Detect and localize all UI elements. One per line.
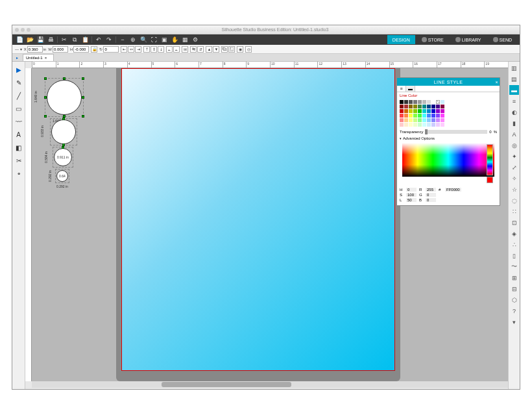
barcode-icon[interactable]: ▯ (509, 251, 519, 260)
swatch[interactable] (431, 118, 435, 122)
swatch[interactable] (400, 118, 404, 122)
media-icon[interactable]: ⊟ (509, 284, 519, 294)
scale-icon[interactable]: ⤢ (509, 162, 519, 172)
swatch[interactable] (404, 118, 408, 122)
swatch[interactable] (418, 105, 422, 108)
swatch[interactable] (422, 105, 426, 108)
swatch[interactable] (422, 114, 426, 118)
group-icon[interactable]: ⿻ (221, 46, 228, 53)
swatch[interactable] (427, 114, 431, 118)
hex-val[interactable]: FF0000 (445, 188, 461, 192)
freehand-icon[interactable]: 〰 (14, 116, 24, 127)
advanced-toggle[interactable]: ▾Advanced Options (397, 135, 500, 142)
swatch[interactable] (413, 100, 417, 104)
flip-h-icon[interactable]: ⇋ (190, 46, 197, 53)
page-setup-icon[interactable]: ▥ (509, 63, 519, 73)
swatch[interactable] (422, 100, 426, 104)
nav-send[interactable]: SEND (488, 35, 517, 44)
swatch[interactable] (436, 118, 440, 122)
panel-header[interactable]: LINE STYLE × (397, 78, 500, 86)
nav-library[interactable]: LIBRARY (450, 35, 487, 44)
collapse-icon[interactable]: ▾ (509, 317, 519, 327)
swatch[interactable] (409, 109, 413, 113)
swatch[interactable] (418, 123, 422, 127)
swatch[interactable] (441, 105, 444, 108)
nav-design[interactable]: DESIGN (387, 35, 415, 44)
align-b-icon[interactable]: ⤓ (158, 46, 164, 53)
swatch[interactable] (436, 109, 440, 113)
zoom-drag-icon[interactable]: ⊕ (128, 35, 138, 44)
zoom-in-icon[interactable]: 🔍 (139, 35, 148, 44)
eraser-icon[interactable]: ◧ (14, 142, 24, 153)
shape-tool-icon[interactable]: ▭ (14, 103, 24, 114)
swatch[interactable] (441, 100, 444, 104)
nest-icon[interactable]: ⊡ (509, 218, 519, 227)
swatch[interactable] (413, 105, 417, 108)
color-spectrum[interactable] (402, 143, 494, 177)
swatch[interactable] (409, 105, 413, 108)
align-r-icon[interactable]: ⇥ (135, 46, 141, 53)
swatch[interactable] (436, 114, 440, 118)
swatch[interactable] (427, 123, 431, 127)
offset-panel-icon[interactable]: ◎ (509, 140, 519, 150)
line-weight[interactable]: — ▾ (15, 46, 22, 53)
fill-panel-icon[interactable]: ▬ (509, 85, 519, 95)
swatch[interactable] (427, 105, 431, 108)
weld-icon[interactable]: ◉ (237, 46, 243, 53)
swatch[interactable] (441, 118, 444, 122)
swatch[interactable] (400, 123, 404, 127)
swatch[interactable] (404, 100, 408, 104)
shape-1[interactable]: 1.640 in (45, 78, 84, 117)
align-c-icon[interactable]: ⇔ (128, 46, 134, 53)
replicate-panel-icon[interactable]: ∷ (509, 207, 519, 216)
shape-3[interactable]: 0.911 in 0.584 in (53, 147, 73, 168)
swatch[interactable] (404, 105, 408, 108)
zoom-out-icon[interactable]: − (118, 35, 127, 44)
swatch[interactable] (441, 123, 444, 127)
replicate-icon[interactable]: ⊞ (182, 46, 188, 53)
flip-v-icon[interactable]: ⇵ (197, 46, 204, 53)
swatch[interactable] (431, 114, 435, 118)
swatch[interactable] (404, 114, 408, 118)
pan-icon[interactable]: ✋ (170, 35, 179, 44)
swatch[interactable] (422, 123, 426, 127)
transparency-slider[interactable] (425, 130, 487, 134)
swatch[interactable] (441, 114, 444, 118)
modify-icon[interactable]: ✦ (509, 151, 519, 161)
shape-2[interactable]: 0.933 in (50, 118, 77, 145)
swatch[interactable] (409, 100, 413, 104)
swatch[interactable] (427, 100, 431, 104)
h-input[interactable] (73, 46, 89, 53)
close-panel-icon[interactable]: × (495, 80, 498, 84)
back-icon[interactable]: ▼ (213, 46, 219, 53)
scrollbar-h[interactable] (32, 381, 508, 388)
b-val[interactable]: 0 (426, 198, 436, 202)
swatch[interactable] (418, 109, 422, 113)
align-m-icon[interactable]: ⇕ (151, 46, 157, 53)
x-input[interactable] (27, 46, 43, 53)
puzzle-icon[interactable]: ⊞ (509, 273, 519, 283)
prefs-icon[interactable]: ⚙ (191, 35, 200, 44)
edit-points-icon[interactable]: ✎ (14, 77, 24, 88)
emboss-icon[interactable]: ◈ (509, 229, 519, 238)
text-panel-icon[interactable]: A (509, 129, 519, 139)
swatch[interactable] (431, 100, 435, 104)
swatch[interactable] (413, 114, 417, 118)
pixscan-icon[interactable]: ▤ (509, 74, 519, 84)
eyedrop-icon[interactable]: ⚬ (14, 168, 24, 179)
layers-icon[interactable]: ▮ (509, 118, 519, 128)
window-controls[interactable] (15, 28, 30, 32)
tab-color-icon[interactable]: ▬ (406, 86, 415, 92)
trace-icon[interactable]: ◐ (509, 107, 519, 117)
hue-column[interactable] (487, 144, 493, 175)
help-icon[interactable]: ? (509, 306, 519, 316)
swatch[interactable] (418, 118, 422, 122)
swatch[interactable] (418, 100, 422, 104)
swatch[interactable] (431, 109, 435, 113)
swatch[interactable] (431, 105, 435, 108)
l-val[interactable]: 50 (406, 198, 417, 202)
swatch[interactable] (404, 123, 408, 127)
shape-4[interactable]: 0.64 0.292 in (55, 169, 69, 183)
redo-icon[interactable]: ↷ (104, 35, 114, 44)
text-tool-icon[interactable]: A (14, 129, 24, 140)
